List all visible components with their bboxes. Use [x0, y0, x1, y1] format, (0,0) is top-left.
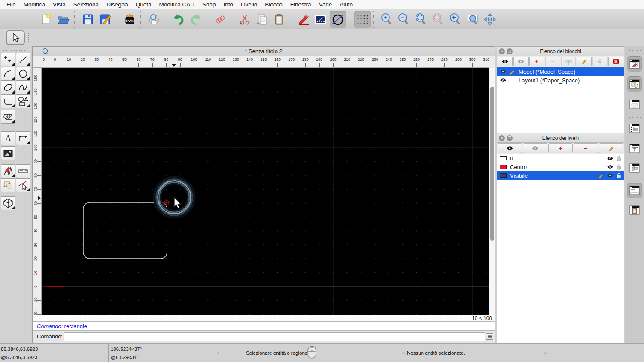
layer-add-button[interactable]: +: [548, 143, 573, 153]
image-tool-button[interactable]: [1, 146, 15, 160]
layer-hide-all-button[interactable]: [523, 143, 547, 153]
modify-tool-button[interactable]: [1, 164, 15, 178]
zoom-out-button[interactable]: −: [396, 11, 412, 28]
layer-color-swatch[interactable]: [500, 156, 507, 160]
zoom-auto-button[interactable]: [413, 11, 429, 28]
block-purge-button[interactable]: [608, 57, 623, 66]
points-tool-button[interactable]: [1, 53, 15, 66]
circle-tool-button[interactable]: [16, 67, 30, 81]
print-preview-button[interactable]: [146, 11, 162, 28]
ellipse-tool-button[interactable]: [1, 81, 15, 94]
menu-info[interactable]: Info: [220, 0, 237, 9]
layer-row-visibile[interactable]: Visibile: [497, 171, 624, 180]
layer-edit-button[interactable]: [599, 143, 623, 153]
block-list-toggle[interactable]: [627, 121, 642, 136]
selection-filter-toggle[interactable]: [627, 76, 642, 92]
lock-icon[interactable]: [617, 156, 621, 161]
paste-button[interactable]: [271, 11, 287, 28]
drawing-canvas[interactable]: [42, 68, 489, 315]
reference-points-toggle[interactable]: [627, 97, 642, 112]
layer-row-centro[interactable]: Centro: [497, 163, 624, 171]
block-show-all-button[interactable]: [498, 57, 513, 66]
block-edit-button[interactable]: [577, 57, 592, 66]
lock-icon[interactable]: [617, 164, 621, 170]
cut-button[interactable]: +: [237, 11, 253, 28]
scrollbar-thumb[interactable]: [490, 87, 494, 241]
tool-options-row: [0, 29, 644, 46]
command-prompt-label: Comando:: [37, 333, 63, 340]
spline-tool-button[interactable]: [16, 81, 30, 94]
hatch-tool-button[interactable]: [1, 110, 15, 124]
menu-varie[interactable]: Varie: [315, 0, 336, 9]
menu-blocco[interactable]: Blocco: [261, 0, 286, 9]
menu-quota[interactable]: Quota: [132, 0, 155, 9]
eye-icon[interactable]: [607, 156, 614, 160]
lock-icon[interactable]: [617, 173, 621, 178]
dimension-tool-button[interactable]: [16, 131, 30, 145]
save-as-button[interactable]: [97, 11, 113, 28]
open-file-button[interactable]: [55, 11, 72, 28]
command-line-toggle[interactable]: [627, 183, 642, 198]
layer-filter-toggle[interactable]: [627, 141, 642, 156]
delete-button[interactable]: [212, 11, 228, 28]
undo-button[interactable]: [170, 11, 187, 28]
menu-snap[interactable]: Snap: [198, 0, 220, 9]
redo-button[interactable]: [188, 11, 204, 28]
block-remove-button[interactable]: −: [545, 57, 560, 66]
block-insert-button[interactable]: [592, 57, 608, 66]
block-row-model[interactable]: Model (*Model_Space): [497, 67, 624, 76]
menu-modifica[interactable]: Modifica: [20, 0, 49, 9]
selection-tool-button[interactable]: [313, 11, 329, 28]
layer-show-all-button[interactable]: [498, 143, 522, 153]
modify-entity-tool-button[interactable]: [16, 178, 30, 192]
block-row-layout1[interactable]: Layout1 (*Paper_Space): [497, 76, 624, 84]
zoom-previous-button[interactable]: [447, 11, 464, 28]
eye-icon[interactable]: [607, 173, 614, 178]
menu-disegna[interactable]: Disegna: [103, 0, 132, 9]
canvas-scrollbar[interactable]: [489, 68, 495, 315]
new-file-button[interactable]: [38, 11, 55, 28]
layer-remove-button[interactable]: −: [574, 143, 598, 153]
menu-aiuto[interactable]: Aiuto: [336, 0, 357, 9]
zoom-in-button[interactable]: +: [379, 11, 395, 28]
zoom-pan-button[interactable]: [482, 11, 498, 28]
block-hide-all-button[interactable]: [513, 57, 529, 66]
menu-modifica-cad[interactable]: Modifica CAD: [155, 0, 198, 9]
zoom-window-button[interactable]: [465, 11, 481, 28]
pointer-tool-button[interactable]: [6, 30, 25, 45]
layer-color-swatch[interactable]: [500, 173, 507, 178]
grid-toggle-button[interactable]: [354, 11, 371, 28]
property-editor-toggle[interactable]: [627, 56, 642, 72]
eye-icon[interactable]: [607, 165, 614, 169]
arc-tool-button[interactable]: [1, 67, 15, 81]
draw-color-button[interactable]: [295, 11, 312, 28]
eye-icon[interactable]: [500, 69, 507, 74]
menu-vista[interactable]: Vista: [49, 0, 70, 9]
drawing-window-titlebar[interactable]: * Senza titolo 2: [33, 47, 495, 56]
draft-mode-button[interactable]: [330, 11, 346, 28]
svg-export-button[interactable]: SVG: [122, 11, 138, 28]
command-input[interactable]: [64, 332, 485, 341]
zoom-selection-button[interactable]: [430, 11, 447, 28]
solid-tool-button[interactable]: [1, 196, 15, 210]
command-expand-button[interactable]: [486, 333, 493, 340]
text-tool-button[interactable]: A: [1, 131, 15, 145]
block-rename-button[interactable]: a|b: [561, 57, 576, 66]
polyline-tool-button[interactable]: [1, 94, 15, 108]
menu-livello[interactable]: Livello: [237, 0, 261, 9]
boolean-tool-button[interactable]: [1, 178, 15, 192]
shapes-tool-button[interactable]: [16, 94, 30, 108]
eye-icon[interactable]: [500, 78, 507, 82]
save-button[interactable]: [80, 11, 96, 28]
line-tool-button[interactable]: [16, 53, 30, 66]
measure-tool-button[interactable]: [16, 164, 30, 178]
layer-row-0[interactable]: 0: [497, 154, 624, 163]
block-add-button[interactable]: +: [529, 57, 544, 66]
layer-color-swatch[interactable]: [500, 165, 507, 169]
copy-button[interactable]: +: [254, 11, 270, 28]
clipboard-panel-toggle[interactable]: [627, 202, 642, 218]
menu-seleziona[interactable]: Seleziona: [70, 0, 103, 9]
menu-finestra[interactable]: Finestra: [286, 0, 315, 9]
library-browser-toggle[interactable]: [627, 160, 642, 176]
menu-file[interactable]: File: [3, 0, 20, 9]
